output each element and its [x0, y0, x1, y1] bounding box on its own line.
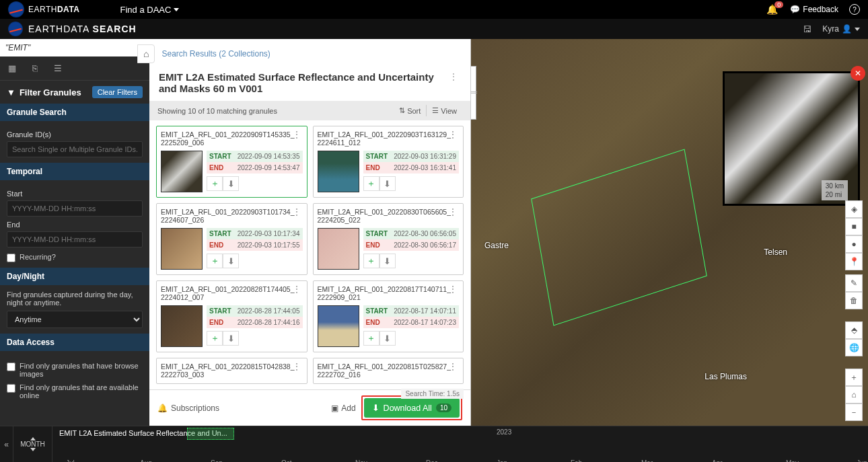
timeline-tick: Mar — [641, 459, 653, 462]
tab-advanced-icon[interactable]: ☰ — [46, 61, 70, 76]
granule-name: EMIT_L2A_RFL_001_20220909T145335_2225209… — [161, 130, 303, 147]
add-granule-button[interactable]: ＋ — [363, 254, 379, 268]
granule-name: EMIT_L2A_RFL_001_20220815T025827_2222702… — [318, 362, 460, 379]
granule-name: EMIT_L2A_RFL_001_20220815T042838_2222703… — [161, 362, 303, 379]
earthdata-brand: EARTHDATA — [28, 5, 80, 14]
granule-menu-icon[interactable]: ⋮ — [445, 361, 460, 372]
download-all-button[interactable]: ⬇ Download All 10 — [364, 398, 460, 418]
granule-thumbnail — [318, 305, 359, 347]
nasa-logo-icon — [8, 1, 24, 17]
timeline-collapse-button[interactable]: « — [0, 426, 13, 462]
add-granule-button[interactable]: ＋ — [363, 331, 379, 346]
timeline[interactable]: « MONTH EMIT L2A Estimated Surface Refle… — [0, 426, 868, 462]
selected-footprint — [531, 149, 707, 325]
breadcrumb[interactable]: Search Results (2 Collections) — [161, 49, 270, 59]
granule-menu-icon[interactable]: ⋮ — [289, 284, 304, 295]
timeline-tick: Jul — [66, 459, 75, 462]
granule-menu-icon[interactable]: ⋮ — [289, 361, 304, 372]
collection-title: EMIT L2A Estimated Surface Reflectance a… — [159, 71, 441, 94]
timeline-tick: Apr — [712, 459, 723, 462]
granule-menu-icon[interactable]: ⋮ — [445, 129, 460, 140]
map-label-lasplumas: Las Plumas — [704, 372, 747, 381]
end-input[interactable] — [7, 231, 143, 247]
download-granule-button[interactable]: ⬇ — [379, 331, 396, 346]
granule-name: EMIT_L2A_RFL_001_20220903T163129_2224611… — [318, 130, 460, 147]
subscriptions-button[interactable]: 🔔 Subscriptions — [157, 403, 219, 413]
granule-ids-input[interactable] — [7, 141, 143, 157]
granule-ids-label: Granule ID(s) — [7, 130, 143, 139]
timeline-tick: May — [786, 459, 799, 462]
notifications-button[interactable]: 🔔0 — [766, 4, 778, 15]
tab-spatial-icon[interactable]: ⎘ — [24, 61, 46, 76]
granule-thumbnail — [318, 228, 359, 270]
layers-button[interactable]: ◈ — [845, 200, 863, 218]
timeline-tick: Dec — [426, 459, 438, 462]
timeline-tick: Jan — [497, 459, 507, 462]
feedback-button[interactable]: 💬 Feedback — [790, 5, 838, 14]
user-menu[interactable]: Kyra 👤 — [822, 24, 860, 34]
granule-menu-icon[interactable]: ⋮ — [445, 284, 460, 295]
timeline-tick: Aug — [140, 459, 152, 462]
close-preview-button[interactable]: ✕ — [851, 66, 865, 81]
browse-only-checkbox[interactable]: Find only granules that have browse imag… — [7, 362, 143, 378]
granule-menu-icon[interactable]: ⋮ — [289, 206, 304, 217]
timeline-tick: Feb — [571, 459, 582, 462]
section-daynight: Day/Night — [0, 268, 149, 285]
map-label-telsen: Telsen — [764, 247, 787, 257]
granule-name: EMIT_L2A_RFL_001_20220903T101734_2224607… — [161, 208, 303, 224]
timeline-year-label: 2023 — [497, 428, 511, 436]
download-granule-button[interactable]: ⬇ — [223, 176, 239, 191]
granule-thumbnail — [161, 228, 203, 270]
granule-card[interactable]: EMIT_L2A_RFL_001_20220815T042838_2222703… — [156, 358, 308, 384]
help-icon[interactable]: ? — [849, 4, 860, 15]
clear-filters-button[interactable]: Clear Filters — [92, 86, 143, 98]
timeline-tick: Jun — [857, 459, 867, 462]
granule-name: EMIT_L2A_RFL_001_20220830T065605_2224205… — [318, 208, 460, 224]
granule-thumbnail — [318, 151, 359, 192]
panel-resize-handle[interactable]: ║ — [471, 66, 476, 120]
view-button[interactable]: ☰ View — [427, 105, 462, 116]
add-button[interactable]: ▣ Add — [331, 403, 355, 413]
search-time: Search Time: 1.5s — [401, 389, 464, 399]
granule-card[interactable]: EMIT_L2A_RFL_001_20220815T025827_2222702… — [313, 358, 464, 384]
granule-card[interactable]: EMIT_L2A_RFL_001_20220909T145335_2225209… — [156, 126, 308, 198]
online-only-checkbox[interactable]: Find only granules that are available on… — [7, 383, 143, 399]
granule-card[interactable]: EMIT_L2A_RFL_001_20220830T065605_2224205… — [313, 203, 464, 275]
add-granule-button[interactable]: ＋ — [207, 176, 223, 191]
section-temporal: Temporal — [0, 163, 149, 180]
save-project-button[interactable]: 🖫 — [803, 24, 811, 34]
download-granule-button[interactable]: ⬇ — [223, 331, 239, 346]
download-granule-button[interactable]: ⬇ — [379, 254, 396, 268]
add-granule-button[interactable]: ＋ — [207, 331, 223, 346]
granule-card[interactable]: EMIT_L2A_RFL_001_20220828T174405_2224012… — [156, 280, 308, 352]
daynight-select[interactable]: Anytime — [7, 311, 143, 328]
granule-menu-icon[interactable]: ⋮ — [445, 206, 460, 217]
map[interactable]: ║ Gastre Telsen Las Plumas ✕ 30 km20 mi … — [471, 39, 868, 426]
section-granule-search: Granule Search — [0, 104, 149, 121]
recurring-checkbox[interactable]: Recurring? — [7, 253, 143, 262]
add-granule-button[interactable]: ＋ — [207, 254, 223, 268]
daynight-description: Find granules captured during the day, n… — [7, 291, 143, 307]
result-count: Showing 10 of 10 matching granules — [157, 107, 277, 115]
add-granule-button[interactable]: ＋ — [363, 176, 379, 191]
download-granule-button[interactable]: ⬇ — [223, 254, 239, 268]
tab-temporal-icon[interactable]: ▦ — [0, 61, 24, 76]
start-input[interactable] — [7, 200, 143, 217]
download-granule-button[interactable]: ⬇ — [379, 176, 396, 191]
granule-card[interactable]: EMIT_L2A_RFL_001_20220817T140711_2222909… — [313, 280, 464, 352]
granule-card[interactable]: EMIT_L2A_RFL_001_20220903T101734_2224607… — [156, 203, 308, 275]
collection-menu-icon[interactable]: ⋮ — [446, 71, 461, 82]
app-title: EARTHDATA SEARCH — [28, 24, 137, 34]
find-daac-menu[interactable]: Find a DAAC — [120, 5, 180, 15]
granule-thumbnail — [161, 305, 203, 347]
granule-card[interactable]: EMIT_L2A_RFL_001_20220903T163129_2224611… — [313, 126, 464, 198]
timeline-interval-selector[interactable]: MONTH — [13, 426, 52, 462]
sort-button[interactable]: ⇅ Sort — [394, 105, 427, 116]
map-label-gastre: Gastre — [484, 241, 509, 250]
home-icon[interactable]: ⌂ — [137, 44, 155, 63]
timeline-tick: Sep — [211, 459, 223, 462]
search-input[interactable]: "EMIT" — [0, 39, 149, 56]
granule-menu-icon[interactable]: ⋮ — [289, 129, 304, 140]
section-data-access: Data Access — [0, 334, 149, 351]
timeline-tick: Nov — [355, 459, 367, 462]
